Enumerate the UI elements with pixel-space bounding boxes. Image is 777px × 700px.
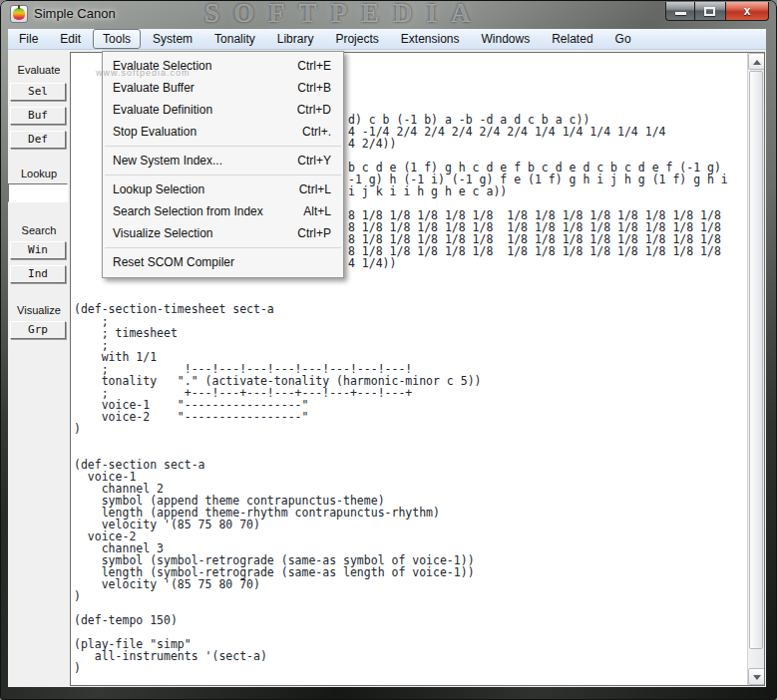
- menu-item-label: Evaluate Selection: [113, 59, 297, 73]
- apple-logo-icon: [13, 8, 25, 20]
- tools-dropdown-menu: Evaluate Selection Ctrl+E Evaluate Buffe…: [102, 51, 344, 278]
- app-window: SOFTPEDIA Simple Canon x www.softpedia.c…: [0, 0, 777, 700]
- lookup-input[interactable]: [8, 183, 68, 202]
- menu-item-shortcut: Ctrl+E: [297, 59, 331, 73]
- menu-separator: [105, 146, 341, 147]
- menu-item-evaluate-selection[interactable]: Evaluate Selection Ctrl+E: [103, 55, 343, 77]
- menu-item-shortcut: Ctrl+B: [297, 81, 331, 95]
- visualize-group-button[interactable]: Grp: [10, 321, 66, 339]
- menubar: File Edit Tools System Tonality Library …: [8, 29, 766, 50]
- menu-item-evaluate-buffer[interactable]: Evaluate Buffer Ctrl+B: [103, 77, 343, 99]
- menu-system[interactable]: System: [143, 29, 202, 49]
- search-window-button[interactable]: Win: [10, 241, 66, 259]
- menu-related[interactable]: Related: [542, 29, 602, 49]
- menu-item-new-system-index[interactable]: New System Index... Ctrl+Y: [103, 150, 343, 172]
- search-index-button[interactable]: Ind: [10, 265, 66, 283]
- menu-item-label: Visualize Selection: [113, 226, 297, 240]
- lookup-group-label: Lookup: [8, 168, 70, 179]
- scrollbar-thumb[interactable]: [749, 71, 763, 649]
- maximize-button[interactable]: [695, 2, 725, 21]
- evaluate-definition-button[interactable]: Def: [10, 131, 66, 149]
- window-controls: x: [665, 2, 769, 21]
- visualize-group-label: Visualize: [8, 304, 70, 316]
- menu-item-label: Search Selection from Index: [113, 204, 303, 218]
- menu-go[interactable]: Go: [605, 29, 641, 49]
- menu-item-lookup-selection[interactable]: Lookup Selection Ctrl+L: [103, 178, 343, 200]
- editor-code-text: (def-section-timesheet sect-a ; ; timesh…: [74, 303, 482, 674]
- menu-tonality[interactable]: Tonality: [204, 29, 265, 49]
- menu-edit[interactable]: Edit: [50, 29, 91, 49]
- menu-item-label: Evaluate Definition: [113, 103, 297, 117]
- menu-item-label: Stop Evaluation: [113, 125, 302, 139]
- close-icon: x: [726, 4, 768, 18]
- menu-item-visualize-selection[interactable]: Visualize Selection Ctrl+P: [103, 222, 343, 244]
- menu-library[interactable]: Library: [267, 29, 324, 49]
- menu-separator: [105, 175, 341, 175]
- menu-item-stop-evaluation[interactable]: Stop Evaluation Ctrl+.: [103, 121, 343, 143]
- scroll-up-button[interactable]: [748, 53, 765, 70]
- menu-item-shortcut: Ctrl+Y: [297, 154, 331, 168]
- vertical-scrollbar[interactable]: [747, 53, 764, 685]
- menu-separator: [105, 247, 341, 248]
- menu-item-label: Reset SCOM Compiler: [113, 255, 331, 269]
- search-group-label: Search: [8, 224, 70, 236]
- menu-item-shortcut: Alt+L: [303, 204, 331, 218]
- evaluate-buffer-button[interactable]: Buf: [10, 107, 66, 125]
- app-icon: [10, 5, 28, 23]
- menu-item-shortcut: Ctrl+L: [299, 182, 331, 196]
- menu-item-evaluate-definition[interactable]: Evaluate Definition Ctrl+D: [103, 99, 343, 121]
- menu-item-shortcut: Ctrl+.: [302, 125, 331, 139]
- minimize-icon: [675, 12, 686, 15]
- titlebar[interactable]: SOFTPEDIA Simple Canon x: [0, 0, 777, 29]
- arrow-down-icon: [753, 675, 761, 680]
- menu-extensions[interactable]: Extensions: [391, 29, 470, 49]
- arrow-up-icon: [753, 60, 761, 65]
- window-title: Simple Canon: [34, 6, 116, 21]
- evaluate-selection-button[interactable]: Sel: [10, 83, 66, 101]
- sidebar: Evaluate Sel Buf Def Lookup Search Win I…: [8, 50, 70, 687]
- evaluate-group-label: Evaluate: [8, 64, 70, 76]
- menu-file[interactable]: File: [9, 29, 48, 49]
- minimize-button[interactable]: [665, 2, 695, 21]
- menu-item-label: New System Index...: [113, 154, 297, 168]
- menu-item-shortcut: Ctrl+D: [297, 103, 331, 117]
- menu-projects[interactable]: Projects: [325, 29, 388, 49]
- menu-windows[interactable]: Windows: [472, 29, 541, 49]
- close-button[interactable]: x: [725, 2, 769, 21]
- maximize-icon: [704, 7, 715, 16]
- menu-item-label: Evaluate Buffer: [113, 81, 297, 95]
- menu-item-search-selection-from-index[interactable]: Search Selection from Index Alt+L: [103, 200, 343, 222]
- menu-item-shortcut: Ctrl+P: [297, 226, 331, 240]
- menu-item-reset-scom-compiler[interactable]: Reset SCOM Compiler: [103, 251, 343, 273]
- scroll-down-button[interactable]: [748, 668, 765, 685]
- menu-item-label: Lookup Selection: [113, 182, 299, 196]
- menu-tools[interactable]: Tools: [93, 29, 141, 49]
- editor-clipped-text: d) c b (-1 b) a -b -d a d c b a c)) 4 -1…: [348, 114, 728, 269]
